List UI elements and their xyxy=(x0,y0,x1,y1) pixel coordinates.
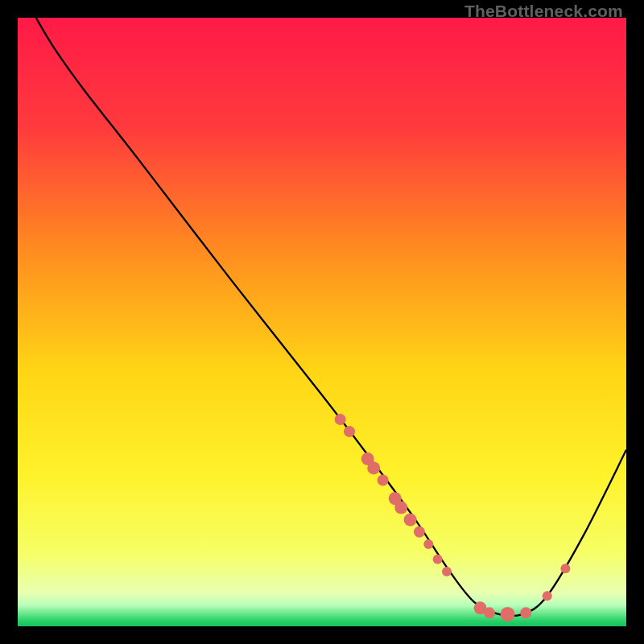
gradient-background xyxy=(18,18,626,626)
data-point xyxy=(335,414,346,425)
data-point xyxy=(414,526,425,538)
attribution-text: TheBottleneck.com xyxy=(464,2,623,21)
data-point xyxy=(394,502,407,514)
data-point xyxy=(378,475,389,486)
data-point xyxy=(520,607,531,618)
chart-frame xyxy=(18,18,626,626)
data-point xyxy=(484,607,495,618)
data-point xyxy=(423,539,433,549)
data-point xyxy=(433,555,443,564)
data-point xyxy=(560,564,570,573)
data-point xyxy=(344,426,355,437)
data-point xyxy=(543,591,552,601)
data-point xyxy=(404,514,417,526)
chart-svg xyxy=(18,18,626,626)
data-point xyxy=(501,607,515,621)
data-point xyxy=(442,567,452,576)
data-point xyxy=(367,461,380,474)
